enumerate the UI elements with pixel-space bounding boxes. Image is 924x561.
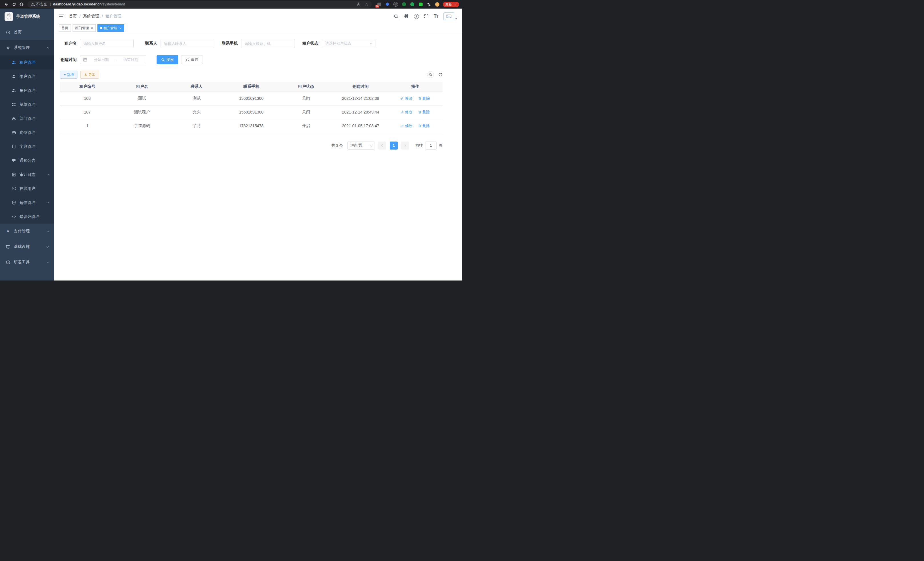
sidebar-item-label: 基础设施	[14, 244, 30, 249]
toggle-search-icon[interactable]	[427, 71, 434, 78]
address-bar[interactable]: 不安全 dashboard.yudao.iocoder.cn/system/te…	[27, 1, 372, 8]
reload-icon[interactable]	[10, 1, 18, 8]
help-icon[interactable]: ?	[414, 14, 419, 19]
extension-icon-1[interactable]: 10	[377, 2, 381, 7]
phone-label: 联系手机	[221, 41, 238, 46]
sidebar-item-tenant[interactable]: 租户管理	[0, 56, 54, 69]
cell-status: 关闭	[279, 105, 333, 119]
sidebar-item-online-user[interactable]: 在线用户	[0, 182, 54, 196]
col-actions: 操作	[388, 82, 442, 92]
sidebar-item-dept[interactable]: 部门管理	[0, 111, 54, 126]
prev-page-button[interactable]	[378, 141, 386, 150]
breadcrumb-item-home[interactable]: 首页	[69, 14, 77, 19]
tenant-name-input[interactable]	[80, 39, 134, 48]
sidebar-item-home[interactable]: 首页	[0, 25, 54, 40]
delete-link[interactable]: 删除	[418, 110, 430, 115]
extension-icon-4[interactable]	[402, 2, 406, 7]
globe-glyph	[394, 2, 398, 6]
sidebar-item-role[interactable]: 角色管理	[0, 83, 54, 98]
sidebar-collapse-icon[interactable]	[59, 15, 64, 18]
page-size-select[interactable]: 10条/页	[347, 141, 375, 150]
reset-button-label: 重置	[191, 57, 198, 62]
extension-icon-3[interactable]	[393, 2, 398, 7]
font-size-icon[interactable]: TT	[434, 14, 438, 19]
header-search-icon[interactable]	[394, 14, 399, 19]
next-page-button[interactable]	[401, 141, 409, 150]
profile-avatar-icon[interactable]	[435, 2, 440, 7]
phone-input[interactable]	[241, 39, 295, 48]
sidebar-item-label: 用户管理	[20, 74, 35, 79]
sidebar-item-infra[interactable]: 基础设施	[0, 239, 54, 254]
chevron-up-icon	[46, 47, 49, 49]
tab-tenant[interactable]: 租户管理 ×	[98, 24, 124, 32]
table-header: 租户编号 租户名 联系人 联系手机 租户状态 创建时间 操作	[60, 82, 442, 92]
cell-status: 开启	[279, 119, 333, 133]
sidebar-item-payment[interactable]: ¥ 支付管理	[0, 224, 54, 239]
check-circle-glyph	[410, 2, 414, 6]
security-label[interactable]: 不安全	[36, 2, 47, 7]
reset-button[interactable]: 重置	[181, 55, 203, 64]
col-tenant-id: 租户编号	[60, 82, 115, 92]
close-icon[interactable]: ×	[91, 26, 93, 30]
extension-icon-5[interactable]	[410, 2, 415, 7]
goto-page-input[interactable]	[425, 141, 436, 150]
extension-icon-6[interactable]	[418, 2, 423, 7]
sidebar-item-devtools[interactable]: 研发工具	[0, 254, 54, 270]
delete-label: 删除	[422, 110, 430, 115]
sidebar-item-post[interactable]: 岗位管理	[0, 126, 54, 140]
refresh-icon[interactable]	[438, 72, 442, 77]
sidebar-item-notice[interactable]: 通知公告	[0, 153, 54, 168]
chevron-down-icon	[46, 245, 49, 247]
breadcrumb-item-system[interactable]: 系统管理	[83, 14, 99, 19]
back-icon[interactable]	[3, 1, 10, 8]
sidebar-item-system[interactable]: 系统管理	[0, 40, 54, 56]
edit-link[interactable]: 修改	[400, 96, 412, 101]
sidebar-item-dict[interactable]: 字典管理	[0, 140, 54, 153]
export-button[interactable]: 导出	[80, 71, 99, 79]
table-row: 107 测试租户 秃头 15601691300 关闭 2021-12-14 20…	[60, 105, 442, 119]
search-button[interactable]: 搜索	[157, 55, 178, 64]
star-icon[interactable]: ☆	[364, 2, 368, 7]
delete-link[interactable]: 删除	[418, 96, 430, 101]
breadcrumb-item-current: 租户管理	[105, 14, 122, 19]
close-icon[interactable]: ×	[119, 26, 122, 30]
edit-link[interactable]: 修改	[400, 123, 412, 128]
contact-input[interactable]	[160, 39, 214, 48]
sidebar-item-sms[interactable]: 短信管理	[0, 196, 54, 210]
add-button[interactable]: + 新增	[60, 71, 77, 79]
col-phone: 联系手机	[224, 82, 279, 92]
cell-created: 2021-01-05 17:03:47	[333, 119, 388, 133]
extension-icon-2[interactable]	[385, 2, 390, 7]
extension-badge: 10	[375, 5, 379, 8]
navbar-actions: ? TT	[394, 12, 458, 20]
share-icon[interactable]	[357, 2, 361, 7]
tab-label: 首页	[62, 26, 68, 31]
extensions-puzzle-icon[interactable]	[427, 2, 431, 7]
sidebar-item-menu[interactable]: 菜单管理	[0, 98, 54, 111]
page-number-button[interactable]: 1	[390, 141, 398, 150]
tab-home[interactable]: 首页	[59, 24, 71, 32]
home-nav-icon[interactable]	[18, 1, 25, 8]
pagination: 共 3 条 10条/页 1 前往 页	[60, 141, 442, 150]
green-circle-glyph	[402, 2, 406, 6]
github-icon[interactable]	[404, 14, 409, 19]
sidebar-item-audit-log[interactable]: 审计日志	[0, 168, 54, 182]
sidebar-item-error-code[interactable]: 错误码管理	[0, 210, 54, 224]
sidebar-logo[interactable]: 芋道管理系统	[0, 9, 54, 25]
chrome-update-button[interactable]: 更新 ⋮	[443, 2, 459, 7]
logo-image	[4, 12, 13, 21]
kebab-menu-icon[interactable]: ⋮	[453, 3, 457, 6]
tab-dept[interactable]: 部门管理 ×	[73, 24, 96, 32]
sidebar: 芋道管理系统 首页 系统管理	[0, 9, 54, 281]
delete-link[interactable]: 删除	[418, 123, 430, 128]
status-select[interactable]: 请选择租户状态	[322, 39, 375, 48]
date-range-picker[interactable]: 开始日期 - 结束日期	[80, 55, 146, 64]
chevron-down-icon	[370, 42, 372, 44]
sidebar-item-user[interactable]: 用户管理	[0, 69, 54, 83]
fullscreen-icon[interactable]	[424, 14, 429, 19]
sidebar-item-label: 审计日志	[20, 172, 35, 177]
edit-link[interactable]: 修改	[400, 110, 412, 115]
page-unit-label: 页	[439, 143, 442, 148]
page-content: 租户名 联系人 联系手机 租户状态 请选择租户状态	[54, 32, 462, 281]
user-avatar[interactable]	[443, 12, 458, 20]
